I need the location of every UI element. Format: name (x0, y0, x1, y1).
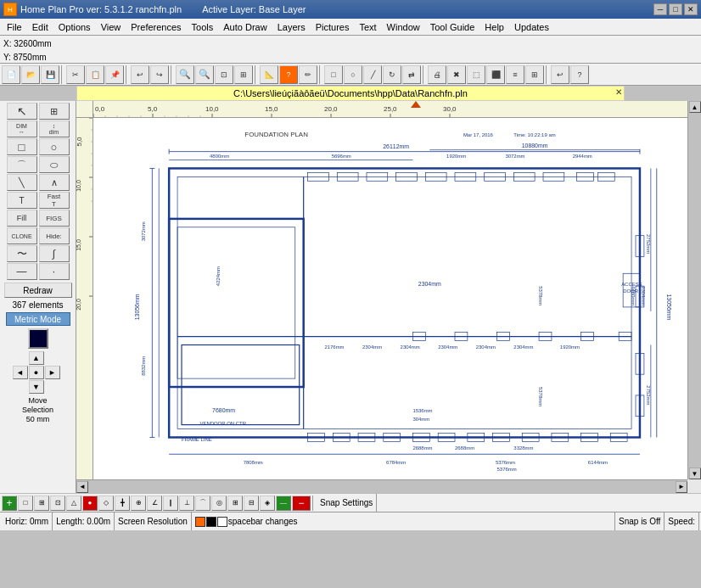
menu-pictures[interactable]: Pictures (311, 20, 355, 34)
menu-layers[interactable]: Layers (272, 20, 311, 34)
nav-right[interactable]: ► (45, 366, 60, 379)
lt-ellipse[interactable]: ⬭ (39, 156, 70, 173)
close-button[interactable]: ✕ (684, 3, 698, 15)
lt-dim[interactable]: DIM↔ (7, 120, 37, 137)
bt-snap5[interactable]: ● (82, 496, 98, 511)
scroll-down-button[interactable]: ▼ (689, 468, 701, 479)
lt-dim2[interactable]: ↕dim (39, 120, 70, 137)
bt-snap17[interactable]: — (276, 496, 291, 511)
bt-snap8[interactable]: ⊕ (131, 496, 146, 511)
lt-clone[interactable]: CLONE (7, 227, 37, 244)
menu-window[interactable]: Window (382, 20, 425, 34)
tb-line[interactable]: ╱ (363, 65, 382, 84)
bt-snap15[interactable]: ⊟ (244, 496, 259, 511)
bt-snap3[interactable]: ⊡ (50, 496, 65, 511)
lt-line[interactable]: ╲ (7, 174, 37, 191)
lt-arc[interactable]: ⌒ (7, 156, 37, 173)
color-icon-black[interactable] (206, 517, 216, 527)
tb-redo[interactable]: ↪ (150, 65, 169, 84)
menu-toolguide[interactable]: Tool Guide (425, 20, 480, 34)
tb-new[interactable]: 📄 (2, 65, 20, 84)
tb-ungroup[interactable]: ⬛ (486, 65, 505, 84)
snap-settings-btn[interactable]: Snap Settings (317, 494, 377, 512)
tb-rect[interactable]: □ (324, 65, 343, 84)
tb-align[interactable]: ≡ (506, 65, 524, 84)
tb-rotate[interactable]: ↻ (383, 65, 401, 84)
bt-snap7[interactable]: ╋ (115, 496, 130, 511)
tb-save[interactable]: 💾 (41, 65, 59, 84)
lt-select[interactable]: ↖ (7, 103, 37, 120)
lt-fill[interactable]: Fill (7, 210, 37, 227)
tb-dim[interactable]: ? (279, 65, 298, 84)
lt-polyline[interactable]: ∧ (39, 174, 70, 191)
tb-open[interactable]: 📂 (21, 65, 40, 84)
lt-text-normal[interactable]: T (7, 192, 37, 209)
canvas-area[interactable]: 0,0 5,0 10,0 15,0 20,0 25,0 30,0 (76, 101, 701, 493)
nav-center[interactable]: ● (29, 366, 44, 379)
minimize-button[interactable]: ─ (653, 3, 667, 15)
lt-text-fast[interactable]: FastT (39, 192, 70, 209)
lt-figs[interactable]: FIGS (39, 210, 70, 227)
color-icon-orange[interactable] (195, 517, 205, 527)
bt-snap10[interactable]: ∥ (163, 496, 178, 511)
vertical-scrollbar[interactable]: ▲ ▼ (687, 101, 701, 479)
menu-edit[interactable]: Edit (27, 20, 53, 34)
bt-snap6[interactable]: ◇ (98, 496, 114, 511)
tb-print[interactable]: 🖨 (428, 65, 446, 84)
lt-curve[interactable]: ∫ (39, 245, 70, 262)
menu-help[interactable]: Help (479, 20, 509, 34)
tb-undo2[interactable]: ↩ (551, 65, 569, 84)
tb-zoomfit[interactable]: ⊡ (215, 65, 233, 84)
bt-snap14[interactable]: ⊞ (227, 496, 243, 511)
lt-wave[interactable]: 〜 (7, 245, 37, 262)
tb-zoomout[interactable]: 🔍 (195, 65, 214, 84)
menu-preferences[interactable]: Preferences (126, 20, 186, 34)
bt-snap1[interactable]: □ (18, 496, 33, 511)
bt-snap12[interactable]: ⌒ (195, 496, 210, 511)
menu-options[interactable]: Options (53, 20, 96, 34)
lt-select2[interactable]: ⊞ (39, 103, 70, 120)
nav-down[interactable]: ▼ (29, 380, 44, 394)
color-swatch[interactable] (28, 328, 48, 349)
tb-flip[interactable]: ⇄ (402, 65, 421, 84)
tb-cut[interactable]: ✂ (66, 65, 85, 84)
tb-grid[interactable]: ⊞ (525, 65, 544, 84)
nav-up[interactable]: ▲ (29, 351, 44, 365)
horizontal-scrollbar[interactable]: ◄ ► (76, 479, 687, 493)
bt-snap2[interactable]: ⊞ (34, 496, 49, 511)
drawing-canvas[interactable]: .bp-line { stroke: #1a3a8f; stroke-width… (93, 118, 687, 479)
bt-snap-remove[interactable]: − (292, 496, 311, 511)
filepath-close[interactable]: ✕ (615, 87, 622, 97)
lt-line2[interactable]: — (7, 263, 37, 280)
bt-snap4[interactable]: △ (66, 496, 81, 511)
color-icon-white[interactable] (217, 517, 227, 527)
lt-rect[interactable]: □ (7, 138, 37, 155)
tb-group[interactable]: ⬚ (467, 65, 485, 84)
nav-left[interactable]: ◄ (13, 366, 28, 379)
menu-updates[interactable]: Updates (509, 20, 554, 34)
tb-draw[interactable]: ✏ (299, 65, 317, 84)
tb-help[interactable]: ? (570, 65, 589, 84)
bt-add[interactable]: + (2, 496, 17, 511)
menu-view[interactable]: View (96, 20, 126, 34)
scroll-right-button[interactable]: ► (676, 481, 687, 493)
tb-zoomsel[interactable]: ⊞ (234, 65, 253, 84)
scroll-up-button[interactable]: ▲ (689, 101, 701, 113)
tb-zoomin[interactable]: 🔍 (176, 65, 194, 84)
lt-circle[interactable]: ○ (39, 138, 70, 155)
tb-circle[interactable]: ○ (344, 65, 362, 84)
metric-mode-badge[interactable]: Metric Mode (6, 312, 70, 326)
lt-dot[interactable]: · (39, 263, 70, 280)
menu-text[interactable]: Text (354, 20, 381, 34)
menu-autodraw[interactable]: Auto Draw (218, 20, 272, 34)
maximize-button[interactable]: □ (669, 3, 682, 15)
menu-tools[interactable]: Tools (187, 20, 219, 34)
scroll-left-button[interactable]: ◄ (76, 481, 88, 493)
menu-file[interactable]: File (2, 20, 27, 34)
tb-undo[interactable]: ↩ (131, 65, 149, 84)
redraw-button[interactable]: Redraw (4, 283, 72, 298)
tb-paste[interactable]: 📌 (105, 65, 124, 84)
tb-delete[interactable]: ✖ (447, 65, 466, 84)
bt-snap16[interactable]: ◈ (260, 496, 275, 511)
bt-snap9[interactable]: ∠ (147, 496, 162, 511)
